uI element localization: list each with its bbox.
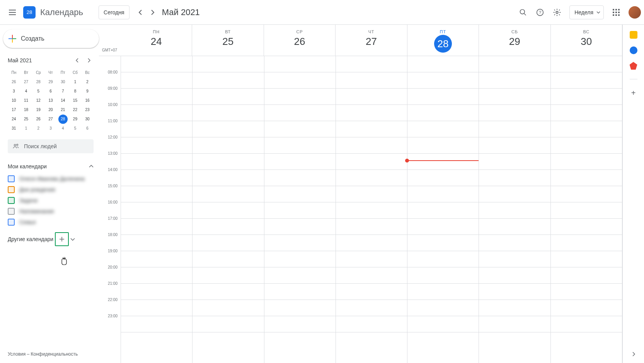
user-avatar[interactable] [629,6,641,19]
hour-cell[interactable] [121,105,192,121]
hour-cell[interactable] [407,267,479,284]
mini-day-cell[interactable]: 1 [70,77,80,87]
hour-cell[interactable] [551,154,622,170]
mini-day-cell[interactable]: 8 [70,87,80,96]
mini-day-cell[interactable]: 13 [46,96,55,105]
calendar-checkbox[interactable] [8,219,15,226]
hour-cell[interactable] [121,154,192,170]
mini-day-cell[interactable]: 2 [34,124,43,133]
mini-day-cell[interactable]: 4 [22,87,31,96]
hour-cell[interactable] [264,56,336,72]
week-grid[interactable]: 08:0009:0010:0011:0012:0013:0014:0015:00… [99,56,622,363]
hour-cell[interactable] [551,235,622,251]
mini-day-cell[interactable]: 12 [34,96,43,105]
hour-cell[interactable] [121,137,192,154]
hour-cell[interactable] [551,72,622,89]
hour-cell[interactable] [479,251,550,267]
hour-cell[interactable] [264,219,336,235]
mini-day-cell[interactable]: 3 [9,87,19,96]
mini-day-cell[interactable]: 22 [70,105,80,115]
my-calendars-header[interactable]: Мои календари [0,159,99,173]
hour-cell[interactable] [336,154,407,170]
hour-cell[interactable] [121,56,192,72]
hour-cell[interactable] [193,267,264,284]
keep-app-icon[interactable] [630,31,637,39]
date-number[interactable]: 24 [121,36,192,48]
hour-cell[interactable] [407,72,479,89]
hour-cell[interactable] [336,137,407,154]
hour-cell[interactable] [407,251,479,267]
hour-cell[interactable] [551,267,622,284]
hour-cell[interactable] [407,186,479,202]
calendar-item[interactable]: Напоминания [8,206,94,217]
mini-day-cell[interactable]: 11 [22,96,31,105]
mini-day-cell[interactable]: 20 [46,105,55,115]
hour-cell[interactable] [479,137,550,154]
hour-cell[interactable] [121,267,192,284]
day-column[interactable] [121,56,192,363]
mini-day-cell[interactable]: 31 [9,124,19,133]
mini-day-cell[interactable]: 27 [22,77,31,87]
hour-cell[interactable] [336,300,407,316]
hour-cell[interactable] [479,56,550,72]
hour-cell[interactable] [264,154,336,170]
mini-day-cell[interactable]: 6 [46,87,55,96]
hour-cell[interactable] [121,251,192,267]
add-addon-button[interactable]: + [631,89,636,98]
hour-cell[interactable] [479,300,550,316]
date-number[interactable]: 27 [336,36,407,48]
date-number[interactable]: 30 [551,36,622,48]
hour-cell[interactable] [479,316,550,332]
calendar-item[interactable]: Дни рождения [8,184,94,195]
hour-cell[interactable] [407,121,479,137]
hour-cell[interactable] [479,89,550,105]
mini-day-cell[interactable]: 5 [34,87,43,96]
hour-cell[interactable] [479,121,550,137]
hour-cell[interactable] [193,316,264,332]
hour-cell[interactable] [193,186,264,202]
mini-day-cell[interactable]: 4 [58,124,68,133]
hour-cell[interactable] [479,235,550,251]
hour-cell[interactable] [479,105,550,121]
mini-day-cell[interactable]: 2 [83,77,92,87]
mini-day-cell[interactable]: 10 [9,96,19,105]
google-apps-button[interactable] [608,5,624,20]
search-button[interactable] [515,5,531,20]
hour-cell[interactable] [336,105,407,121]
mini-next-month[interactable] [84,56,94,65]
hour-cell[interactable] [551,186,622,202]
mini-day-cell[interactable]: 26 [34,115,43,124]
day-column[interactable] [550,56,622,363]
hour-cell[interactable] [407,202,479,219]
mini-day-cell[interactable]: 9 [83,87,92,96]
hour-cell[interactable] [479,154,550,170]
day-column[interactable] [479,56,550,363]
mini-day-cell[interactable]: 5 [70,124,80,133]
hour-cell[interactable] [336,121,407,137]
hour-cell[interactable] [551,284,622,300]
calendar-checkbox[interactable] [8,175,15,182]
hour-cell[interactable] [193,89,264,105]
hour-cell[interactable] [121,186,192,202]
hour-cell[interactable] [264,89,336,105]
hour-cell[interactable] [193,300,264,316]
day-column[interactable] [264,56,336,363]
hour-cell[interactable] [336,316,407,332]
mini-day-cell[interactable]: 1 [22,124,31,133]
hour-cell[interactable] [121,316,192,332]
hour-cell[interactable] [193,154,264,170]
hour-cell[interactable] [264,300,336,316]
hour-cell[interactable] [336,267,407,284]
weekday-header[interactable]: СР26 [264,25,335,56]
mini-day-cell[interactable]: 24 [9,115,19,124]
hour-cell[interactable] [336,202,407,219]
date-number[interactable]: 28 [434,35,452,53]
hour-cell[interactable] [264,316,336,332]
hour-cell[interactable] [407,300,479,316]
hour-cell[interactable] [264,235,336,251]
hour-cell[interactable] [551,89,622,105]
calendar-checkbox[interactable] [8,208,15,215]
terms-link[interactable]: Условия [8,351,26,357]
next-week-button[interactable] [147,6,159,19]
settings-button[interactable] [549,5,565,20]
